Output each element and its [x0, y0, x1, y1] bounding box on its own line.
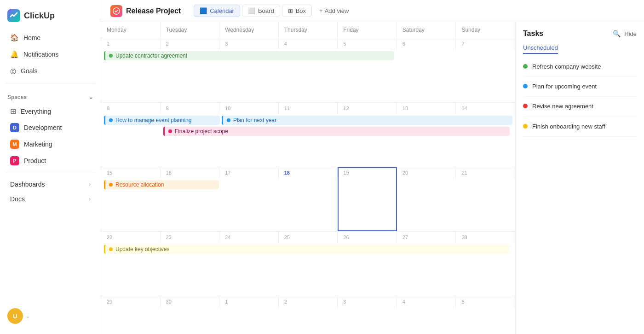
task-dot-1	[523, 64, 528, 69]
day-num-22: 22	[101, 232, 161, 243]
event-finalize-scope[interactable]: Finalize project scope	[163, 127, 510, 136]
add-view-button[interactable]: + Add view	[314, 5, 354, 17]
event-manage-event[interactable]: How to manage event planning	[104, 116, 220, 125]
day-num-7: 7	[456, 38, 515, 49]
app-logo[interactable]: ClickUp	[0, 6, 101, 29]
spaces-chevron-icon[interactable]: ⌄	[88, 94, 93, 100]
tasks-actions: 🔍 Hide	[613, 30, 637, 37]
day-num-3b: 3	[338, 296, 397, 307]
day-num-1b: 1	[219, 296, 279, 307]
day-num-16: 16	[161, 167, 220, 178]
day-num-2: 2	[161, 38, 220, 49]
day-num-1: 1	[101, 38, 161, 49]
week4-events: Update key objectives	[101, 243, 515, 258]
task-dot-2	[523, 84, 528, 88]
day-num-13: 13	[397, 103, 456, 114]
task-dot-4	[523, 124, 528, 129]
project-icon-svg	[113, 7, 120, 15]
calendar-week-4: 22 23 24 25 26 27 28 Update key objectiv…	[101, 232, 515, 296]
main-content: Release Project 🟦 Calendar ⬜ Board ⊞ Box…	[101, 0, 644, 334]
day-num-24: 24	[219, 232, 279, 243]
event-resource-allocation[interactable]: Resource allocation	[104, 180, 219, 189]
tab-unscheduled[interactable]: Unscheduled	[523, 42, 558, 54]
sidebar-item-product[interactable]: P Product	[3, 153, 98, 169]
event-dot	[109, 183, 113, 187]
plus-icon: +	[319, 7, 323, 14]
event-update-contractor[interactable]: Update contractor agreement	[104, 51, 394, 60]
day-header-thu: Thursday	[279, 22, 338, 38]
project-header: Release Project	[110, 5, 181, 17]
grid-icon: ⊞	[10, 107, 16, 116]
task-dot-3	[523, 104, 528, 108]
sidebar-item-marketing[interactable]: M Marketing	[3, 136, 98, 152]
clickup-logo-icon	[7, 9, 20, 22]
day-num-20: 20	[397, 167, 456, 178]
task-item-3[interactable]: Revise new agreement	[523, 97, 637, 117]
week3-numbers: 15 16 17 18 19 20 21	[101, 167, 515, 178]
calendar-area: Monday Tuesday Wednesday Thursday Friday…	[101, 22, 644, 334]
day-num-29: 29	[101, 296, 161, 307]
project-icon	[110, 5, 122, 17]
sidebar-item-notifications[interactable]: 🔔 Notifications	[3, 47, 98, 62]
week2-events: How to manage event planning Plan for ne…	[101, 114, 515, 140]
sidebar-item-everything[interactable]: ⊞ Everything	[3, 104, 98, 119]
calendar-day-headers: Monday Tuesday Wednesday Thursday Friday…	[101, 22, 515, 38]
sidebar-item-home[interactable]: 🏠 Home	[3, 30, 98, 46]
task-label-2: Plan for upcoming event	[532, 82, 597, 91]
sidebar-divider-2	[6, 173, 95, 173]
day-num-9: 9	[161, 103, 220, 114]
event-update-objectives[interactable]: Update key objectives	[104, 245, 509, 254]
day-header-sat: Saturday	[397, 22, 456, 38]
day-num-28: 28	[456, 232, 515, 243]
tasks-title: Tasks	[523, 29, 543, 38]
tab-calendar[interactable]: 🟦 Calendar	[194, 5, 240, 17]
day-num-19: 19	[338, 167, 397, 178]
day-num-4: 4	[279, 38, 338, 49]
calendar-week-5: 29 30 1 2 3 4 5	[101, 296, 515, 334]
day-num-23: 23	[161, 232, 220, 243]
week3-events: Resource allocation	[101, 178, 515, 193]
day-num-27: 27	[397, 232, 456, 243]
day-num-3: 3	[219, 38, 279, 49]
calendar-week-2: 8 9 10 11 12 13 14 How to manage event p…	[101, 103, 515, 167]
user-avatar[interactable]: U	[7, 308, 23, 324]
sidebar: ClickUp 🏠 Home 🔔 Notifications ◎ Goals S…	[0, 0, 101, 334]
dashboards-chevron-icon: ›	[89, 181, 91, 188]
calendar-week-3: 15 16 17 18 19 20 21 Resource allocation	[101, 167, 515, 232]
task-item-2[interactable]: Plan for upcoming event	[523, 77, 637, 97]
sidebar-bottom: U ⌄	[0, 304, 101, 328]
bell-icon: 🔔	[10, 50, 19, 59]
day-header-fri: Friday	[338, 22, 397, 38]
day-num-8: 8	[101, 103, 161, 114]
day-num-17: 17	[219, 167, 279, 178]
spaces-section: Spaces ⌄	[0, 87, 101, 103]
sidebar-item-docs[interactable]: Docs ›	[3, 192, 98, 206]
sidebar-item-development[interactable]: D Development	[3, 120, 98, 135]
day-num-11: 11	[279, 103, 338, 114]
day-header-tue: Tuesday	[161, 22, 220, 38]
hide-button[interactable]: Hide	[624, 30, 637, 37]
event-dot	[168, 129, 172, 133]
calendar-tab-icon: 🟦	[200, 7, 207, 14]
search-icon[interactable]: 🔍	[613, 30, 621, 37]
tab-board[interactable]: ⬜ Board	[242, 5, 280, 17]
task-item-1[interactable]: Refresh company website	[523, 57, 637, 77]
board-tab-icon: ⬜	[248, 7, 255, 14]
week4-numbers: 22 23 24 25 26 27 28	[101, 232, 515, 243]
event-plan-next-year[interactable]: Plan for next year	[222, 116, 512, 125]
tasks-header: Tasks 🔍 Hide	[523, 29, 637, 38]
event-dot	[109, 247, 113, 251]
tasks-tabs: Unscheduled	[523, 43, 637, 52]
tab-box[interactable]: ⊞ Box	[282, 5, 312, 17]
sidebar-item-goals[interactable]: ◎ Goals	[3, 63, 98, 79]
day-num-14: 14	[456, 103, 515, 114]
day-header-wed: Wednesday	[219, 22, 279, 38]
day-num-21: 21	[456, 167, 515, 178]
task-item-4[interactable]: Finish onboarding new staff	[523, 117, 637, 137]
week5-numbers: 29 30 1 2 3 4 5	[101, 296, 515, 307]
day-num-15: 15	[101, 167, 161, 178]
avatar-chevron-icon: ⌄	[26, 313, 30, 319]
sidebar-item-dashboards[interactable]: Dashboards ›	[3, 177, 98, 191]
product-badge: P	[10, 156, 19, 165]
week1-events: Update contractor agreement	[101, 49, 515, 64]
